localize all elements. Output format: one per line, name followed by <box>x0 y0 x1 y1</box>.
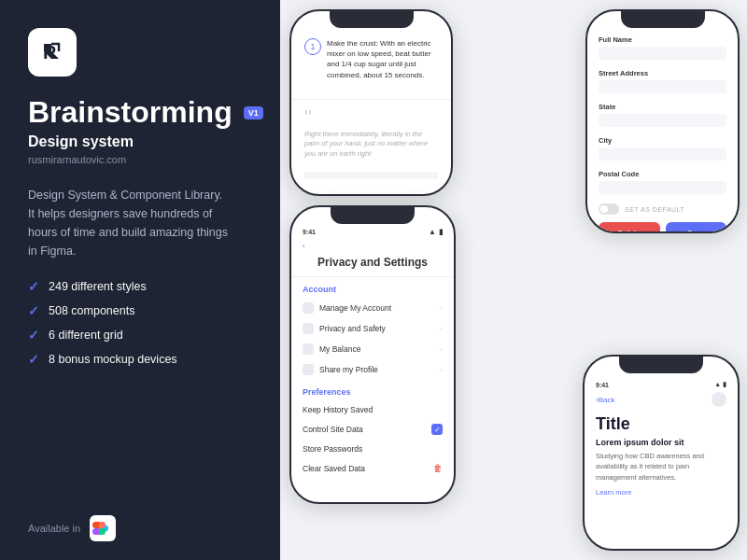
time-display: 9:41 <box>596 382 609 388</box>
input-postal[interactable] <box>599 181 726 194</box>
form-field-postal: Postal Code <box>599 170 726 194</box>
left-panel: R Brainstorming V1 Design system rusmira… <box>0 0 280 560</box>
quote-section: " Right there immediately, literally in … <box>291 99 451 167</box>
learn-more-link[interactable]: Learn more <box>596 488 726 497</box>
phone-settings: 9:41 ▲ ▮ ‹ Privacy and Settings Account … <box>289 205 456 504</box>
save-button[interactable]: Save <box>666 222 727 233</box>
step-circle: 1 <box>304 38 321 55</box>
phone-form: Full Name Street Address State City Post… <box>585 9 740 233</box>
trash-icon: 🗑 <box>433 463 443 473</box>
wifi-icon: ▲ <box>429 228 436 236</box>
toggle-switch[interactable] <box>599 203 619 215</box>
form-field-state: State <box>599 103 726 127</box>
form-field-city: City <box>599 136 726 161</box>
chevron-right-icon: › <box>440 366 443 374</box>
feature-item: ✓ 6 different grid <box>28 328 252 343</box>
status-icons: ▲ ▮ <box>429 228 443 236</box>
feature-item: ✓ 8 bonus mockup devices <box>28 352 252 367</box>
phone-notch <box>331 207 415 224</box>
form-field-fullname: Full Name <box>599 35 726 60</box>
check-icon: ✓ <box>28 352 39 367</box>
menu-item-clear-data[interactable]: Clear Saved Data 🗑 <box>291 458 454 478</box>
article-title: Title <box>596 414 726 434</box>
figma-icon <box>90 515 116 541</box>
menu-item-control-site[interactable]: Control Site Data ✓ <box>291 419 454 440</box>
feature-item: ✓ 249 different styles <box>28 279 252 294</box>
check-icon: ✓ <box>28 279 39 294</box>
chevron-right-icon: › <box>440 345 443 354</box>
delete-button[interactable]: Delete <box>599 222 660 233</box>
step-row: 1 Make the crust: With an electric mixer… <box>304 38 438 80</box>
website-label: rusmirarnautovic.com <box>28 154 252 165</box>
input-street[interactable] <box>599 80 726 93</box>
shield-icon <box>303 323 314 334</box>
battery-icon: ▮ <box>439 228 443 236</box>
svg-text:R: R <box>43 42 57 63</box>
phone-notch <box>619 357 703 373</box>
step-text: Make the crust: With an electric mixer o… <box>327 38 438 80</box>
input-fullname[interactable] <box>599 47 726 60</box>
input-state[interactable] <box>599 114 726 127</box>
design-system-label: Design system <box>28 133 252 150</box>
menu-item-share-profile[interactable]: Share my Profile › <box>291 359 454 380</box>
wifi-icon: ▲ ▮ <box>714 381 726 388</box>
checkbox-checked[interactable]: ✓ <box>431 424 443 435</box>
preferences-section-label: Preferences <box>291 380 454 400</box>
menu-item-privacy[interactable]: Privacy and Safety › <box>291 318 454 339</box>
chevron-left-icon: ‹ <box>303 242 305 250</box>
version-badge: V1 <box>244 106 263 119</box>
right-panel: 1 Make the crust: With an electric mixer… <box>280 0 747 560</box>
time-display: 9:41 <box>303 229 316 235</box>
settings-title: Privacy and Settings <box>291 256 454 277</box>
account-section-label: Account <box>291 277 454 298</box>
check-icon: ✓ <box>28 328 39 343</box>
check-icon: ✓ <box>28 303 39 318</box>
user-icon <box>712 392 726 407</box>
status-bar: 9:41 ▲ ▮ <box>596 381 726 392</box>
back-button[interactable]: ‹ Back <box>596 396 614 404</box>
set-default-label: SET AS DEFAULT <box>625 206 684 213</box>
button-row: Delete Save <box>599 222 726 233</box>
quote-text: Right there immediately, literally in th… <box>304 130 438 160</box>
status-icons: ▲ ▮ <box>714 381 726 388</box>
article-nav: ‹ Back <box>596 392 726 407</box>
description: Design System & Component Library.It hel… <box>28 186 252 260</box>
toggle-row: SET AS DEFAULT <box>599 203 726 215</box>
available-in: Available in <box>28 515 252 541</box>
menu-item-store-passwords[interactable]: Store Passwords <box>291 440 454 458</box>
scroll-bar <box>304 172 438 179</box>
menu-item-keep-history[interactable]: Keep History Saved <box>291 400 454 419</box>
chevron-right-icon: › <box>440 304 443 313</box>
input-city[interactable] <box>599 147 726 161</box>
logo-icon: R <box>38 38 66 66</box>
phone-recipe: 1 Make the crust: With an electric mixer… <box>289 9 453 196</box>
menu-item-balance[interactable]: My Balance › <box>291 339 454 359</box>
article-body: Studying how CBD awareness and availabil… <box>596 451 726 483</box>
phone-notch <box>330 11 414 28</box>
user-icon <box>303 302 314 314</box>
chevron-right-icon: › <box>440 325 443 333</box>
share-icon <box>303 364 314 375</box>
brand-title: Brainstorming V1 <box>28 95 252 130</box>
quote-mark: " <box>304 107 438 128</box>
logo-box: R <box>28 28 77 77</box>
form-field-street: Street Address <box>599 69 726 93</box>
phone-notch <box>621 11 705 28</box>
menu-item-manage-account[interactable]: Manage My Account › <box>291 298 454 318</box>
wallet-icon <box>303 343 314 355</box>
phone-article: 9:41 ▲ ▮ ‹ Back Title Lorem ipsum dolor … <box>583 355 740 551</box>
features-list: ✓ 249 different styles ✓ 508 components … <box>28 279 252 376</box>
feature-item: ✓ 508 components <box>28 303 252 318</box>
article-subtitle: Lorem ipsum dolor sit <box>596 438 726 447</box>
back-button[interactable]: ‹ <box>291 240 454 256</box>
